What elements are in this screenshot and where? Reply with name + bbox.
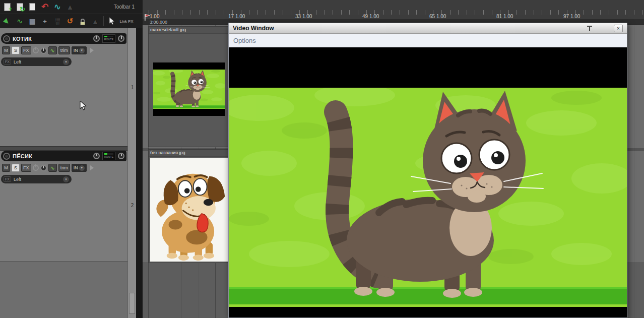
cursor-time: 3:00.000 — [150, 20, 167, 25]
track-name[interactable]: ПЁСИК — [13, 153, 91, 159]
mute-button[interactable]: M — [2, 46, 10, 54]
mouse-pointer-icon[interactable] — [106, 15, 118, 27]
channel-fx-tag: FX — [4, 176, 11, 182]
video-display — [229, 48, 627, 317]
letterbox-bar — [229, 48, 627, 88]
media-item-label: maxresdefault.jpg — [149, 27, 229, 34]
input-label: IN — [74, 48, 78, 53]
grid-dots-icon[interactable] — [51, 15, 63, 27]
mouse-cursor — [80, 101, 87, 112]
envelope-button[interactable] — [48, 46, 57, 54]
lock-icon[interactable] — [77, 15, 89, 27]
cat-video-thumbnail — [153, 62, 225, 116]
track-name[interactable]: КОТИК — [13, 36, 91, 42]
channel-row[interactable]: FX Left — [1, 175, 72, 183]
panel-splitter[interactable] — [136, 0, 143, 318]
fold-arrow-icon[interactable] — [90, 48, 94, 53]
ruler-label: 49 1.00 — [362, 14, 379, 19]
recmode-knob-icon[interactable] — [93, 35, 100, 42]
ruler-label: 65 1.00 — [429, 14, 446, 19]
input-dropdown-icon[interactable] — [79, 48, 85, 53]
undo-icon[interactable] — [39, 1, 51, 13]
ruler-label: 81 1.00 — [496, 14, 513, 19]
media-item-label: без названия.jpg — [149, 150, 229, 157]
fold-arrow-icon[interactable] — [90, 165, 94, 170]
page-icon[interactable] — [26, 1, 38, 13]
solo-button[interactable]: S — [12, 46, 20, 54]
ruler-label: 97 1.00 — [563, 14, 580, 19]
fx-bypass-icon[interactable] — [33, 47, 39, 53]
track-kotik: КОТИК ROUTE M S FX trim IN FX Left — [1, 33, 126, 66]
fx-button[interactable]: FX — [21, 46, 31, 54]
trim-button[interactable]: trim — [58, 46, 70, 54]
toolbar-label[interactable]: Toolbar 1 — [114, 4, 135, 10]
fx-bypass-icon[interactable] — [33, 165, 39, 171]
video-frame — [229, 88, 627, 307]
track-buttons: M S FX trim IN — [1, 164, 126, 172]
dog-image-thumbnail — [150, 158, 228, 262]
route-label: ROUTE — [103, 155, 115, 158]
link-fx-button[interactable]: Link FX — [118, 19, 135, 24]
letterbox-bar — [153, 62, 225, 70]
channel-dropdown-icon[interactable] — [63, 176, 69, 182]
track-number-strip[interactable]: 1 2 — [127, 28, 136, 318]
monitor-knob-icon[interactable] — [118, 35, 124, 42]
solo-button[interactable]: S — [12, 164, 20, 172]
fx-button[interactable]: FX — [21, 164, 31, 172]
metronome-small-icon[interactable] — [89, 15, 101, 27]
record-arm-button[interactable] — [3, 35, 10, 42]
track-buttons: M S FX trim IN — [1, 46, 126, 54]
video-window-titlebar[interactable]: Video Window × — [229, 23, 627, 34]
dock-pin-icon[interactable] — [587, 26, 593, 31]
routing-grid-icon[interactable] — [26, 15, 38, 27]
track-number: 2 — [128, 203, 137, 208]
sync-project-icon[interactable] — [14, 1, 26, 13]
scrollbar-handle[interactable] — [129, 293, 135, 314]
channel-name: Left — [14, 177, 60, 182]
track-divider[interactable] — [0, 146, 127, 151]
video-window: Video Window × Options — [228, 23, 627, 318]
input-dropdown-icon[interactable] — [79, 165, 85, 171]
media-item-cat[interactable]: maxresdefault.jpg — [148, 26, 230, 147]
cat-scene-art — [229, 88, 627, 307]
track-header[interactable]: ПЁСИК ROUTE — [1, 151, 126, 161]
track-header[interactable]: КОТИК ROUTE — [1, 33, 126, 44]
input-button[interactable]: IN — [72, 46, 87, 54]
envelope-button[interactable] — [48, 164, 57, 172]
dog-cartoon-art — [150, 158, 228, 262]
ruler-label: 17 1.00 — [228, 14, 245, 19]
cat-scene-art — [153, 70, 225, 109]
new-file-icon[interactable] — [1, 1, 13, 13]
ruler-label: 33 1.00 — [295, 14, 312, 19]
main-toolbar: Toolbar 1 Link FX — [0, 0, 143, 28]
track-control-panel: КОТИК ROUTE M S FX trim IN FX Left — [0, 28, 127, 318]
pan-knob[interactable] — [40, 165, 47, 171]
monitor-knob-icon[interactable] — [118, 153, 124, 159]
pan-knob[interactable] — [40, 47, 47, 54]
route-button[interactable]: ROUTE — [102, 152, 115, 160]
menu-options[interactable]: Options — [233, 37, 256, 44]
envelope-icon[interactable] — [14, 15, 26, 27]
tcp-empty-area — [0, 261, 127, 318]
channel-dropdown-icon[interactable] — [63, 59, 69, 65]
close-button[interactable]: × — [614, 25, 623, 32]
ruler-label: 1.00 — [150, 14, 159, 19]
mute-button[interactable]: M — [2, 164, 10, 172]
reaper-app: Toolbar 1 Link FX КОТИК — [0, 0, 644, 318]
track-number: 1 — [128, 85, 137, 90]
recmode-knob-icon[interactable] — [93, 153, 100, 159]
input-button[interactable]: IN — [72, 164, 87, 172]
trim-button[interactable]: trim — [58, 164, 70, 172]
route-button[interactable]: ROUTE — [102, 34, 115, 43]
move-icon[interactable] — [39, 15, 51, 27]
draw-curve-icon[interactable] — [51, 1, 63, 13]
route-label: ROUTE — [103, 38, 115, 41]
timeline-ruler[interactable]: 1.00 17 1.00 33 1.00 49 1.00 65 1.00 81 … — [143, 0, 644, 25]
record-arm-button[interactable] — [3, 153, 10, 160]
channel-row[interactable]: FX Left — [1, 57, 72, 66]
media-item-dog[interactable]: без названия.jpg — [148, 149, 230, 263]
metronome-icon[interactable] — [64, 1, 76, 13]
letterbox-bar — [153, 109, 225, 116]
toolbar-separator — [103, 16, 104, 26]
loop-icon[interactable] — [64, 15, 76, 27]
